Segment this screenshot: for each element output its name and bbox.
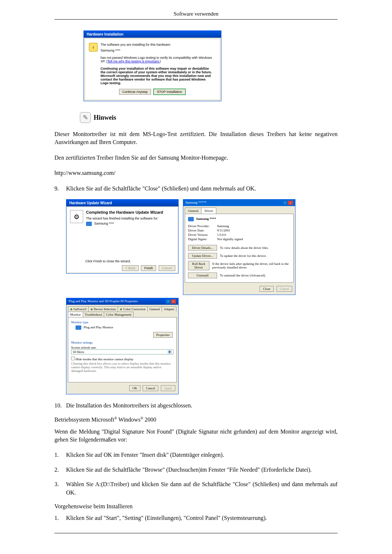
update-driver-button[interactable]: Update Driver... (188, 253, 217, 259)
label-date: Driver Date: (188, 229, 217, 232)
hwinstall-line1: The software you are installing for this… (101, 43, 213, 46)
os2000-s2-num: 2. (54, 466, 66, 474)
wizard-device-icon: ⚙ (70, 210, 83, 223)
step9-text: Klicken Sie auf die Schaltfläche "Close"… (66, 185, 338, 193)
warning-icon: ! (89, 43, 98, 52)
tab-general-mon[interactable]: General (147, 306, 162, 312)
tab-general[interactable]: General (185, 208, 201, 214)
montype-label: Monitor type (71, 320, 173, 324)
wizard-heading: Completing the Hardware Update Wizard (86, 210, 175, 214)
hide-modes-desc: Clearing this check box allows you to se… (71, 362, 173, 373)
continue-anyway-button[interactable]: Continue Anyway (119, 89, 151, 95)
monprops-cancel-button[interactable]: Cancel (143, 385, 158, 391)
refresh-value: 60 Hertz (73, 350, 84, 354)
uninstall-button[interactable]: Uninstall (188, 272, 217, 278)
os2000-s1-num: 1. (54, 451, 66, 459)
settings-label: Monitor settings (71, 341, 173, 344)
desc-rollback: If the device fails after updating the d… (212, 262, 290, 269)
step10-text: Die Installation des Monitortreibers ist… (66, 402, 338, 410)
proc-1-num: 1. (54, 514, 66, 522)
monprops-title: Plug and Play Monitor and 3D Prophet III… (69, 299, 138, 304)
properties-button[interactable]: Properties (153, 332, 173, 338)
close-icon[interactable]: × (288, 201, 293, 205)
wizard-device: Samsung **** (94, 222, 114, 225)
wizard-back-button[interactable]: < Back (122, 265, 139, 271)
monprops-ok-button[interactable]: OK (129, 385, 140, 391)
note-para1: Dieser Monitortreiber ist mit dem MS-Log… (54, 130, 338, 147)
driverprops-device: Samsung **** (196, 217, 216, 221)
monprops-titlebar: Plug and Play Monitor and 3D Prophet III… (66, 298, 178, 305)
tab-monitor[interactable]: Monitor (68, 312, 83, 317)
screenshot-hardware-installation: Hardware Installation ! The software you… (83, 30, 221, 101)
tell-me-why-link[interactable]: Tell me why this testing is important. (107, 59, 160, 63)
tab-trouble[interactable]: Troubleshoot (83, 312, 105, 317)
hwinstall-line2b: ) (160, 59, 161, 63)
note-icon: ✎ (80, 112, 91, 123)
monitor-icon (75, 325, 81, 330)
proc-label: Vorgehensweise beim Installieren (54, 503, 338, 510)
stop-installation-button[interactable]: STOP Installation (153, 89, 186, 95)
value-signer: Not digitally signed (217, 237, 290, 241)
desc-uninstall: To uninstall the driver (Advanced). (220, 274, 266, 277)
driverprops-title: Samsung ***** (185, 201, 207, 205)
os-line: Betriebssystem Microsoft® Windows® 2000 (54, 416, 338, 423)
os-prefix: Betriebssystem Microsoft (54, 417, 114, 423)
tab-colorcorr[interactable]: Color Correction (123, 307, 145, 311)
desc-update: To update the driver for this device. (220, 254, 267, 258)
monprops-apply-button[interactable]: Apply (161, 385, 176, 391)
hide-modes-checkbox[interactable] (71, 357, 75, 360)
montype-value: Plug and Play Monitor (83, 325, 113, 329)
wizard-finish-button[interactable]: Finish (141, 265, 156, 271)
step10-number: 10. (54, 402, 66, 410)
note-label: Hinweis (94, 114, 116, 122)
tab-devsel[interactable]: Device Selection (94, 307, 116, 311)
screenshot-driver-properties: Samsung ***** ?× General Driver Samsung … (183, 199, 295, 295)
hide-modes-label: Hide modes that this monitor cannot disp… (75, 357, 133, 361)
monitor-icon (86, 222, 92, 226)
help-icon[interactable]: ? (166, 299, 171, 304)
label-version: Driver Version: (188, 233, 217, 237)
os2000-s2-text: Klicken Sie auf die Schaltfläche "Browse… (66, 466, 338, 474)
reg2: ® (140, 416, 143, 420)
tab-driver[interactable]: Driver (201, 208, 216, 214)
screenshot-update-wizard: Hardware Update Wizard ⚙ Completing the … (66, 199, 179, 274)
driverprops-close-button[interactable]: Close (260, 286, 274, 292)
proc-1-text: Klicken Sie auf "Start", "Setting" (Eins… (66, 514, 338, 522)
os2000-s3-text: Wählen Sie A:(D:\Treiber) und klicken Si… (66, 480, 338, 497)
hwinstall-device: Samsung **** (101, 49, 213, 52)
value-provider: Samsung (217, 224, 290, 228)
rollback-driver-button[interactable]: Roll Back Driver (188, 261, 209, 270)
value-version: 1.0.0.0 (217, 233, 290, 237)
note-url: http://www.samsung.com/ (54, 169, 338, 177)
os2000-s3-num: 3. (54, 480, 66, 497)
wizard-titlebar: Hardware Update Wizard (66, 200, 178, 206)
driver-details-button[interactable]: Driver Details... (188, 245, 217, 251)
os2000-s1-text: Klicken Sie auf OK im Fenster "Insert di… (66, 451, 338, 459)
page-header: Software verwenden (54, 11, 338, 20)
driverprops-titlebar: Samsung ***** ?× (183, 200, 295, 206)
tab-geforce[interactable]: GeForce3 (73, 307, 86, 311)
driverprops-cancel-button[interactable]: Cancel (277, 286, 292, 292)
desc-details: To view details about the driver files. (220, 246, 269, 250)
dialog-titlebar: Hardware Installation (84, 31, 221, 38)
screenshot-monitor-properties: Plug and Play Monitor and 3D Prophet III… (66, 298, 179, 394)
footer-rule (54, 533, 338, 533)
hwinstall-warning-bold: Continuing your installation of this sof… (101, 67, 213, 85)
os-mid: Windows (117, 417, 140, 423)
label-signer: Digital Signer: (188, 237, 217, 241)
header-title: Software verwenden (173, 11, 219, 17)
wizard-hint: Click Finish to close the wizard. (85, 259, 131, 263)
monitor-icon (188, 217, 194, 221)
hwinstall-logo-text: has not passed Windows Logo testing to v… (101, 56, 213, 63)
wizard-sub: The wizard has finished installing the s… (86, 217, 175, 220)
tab-colormgmt[interactable]: Color Management (104, 312, 134, 317)
help-icon[interactable]: ? (282, 201, 287, 205)
wizard-cancel-button[interactable]: Cancel (159, 265, 175, 271)
close-icon[interactable]: × (171, 299, 176, 304)
refresh-label: Screen refresh rate: (71, 346, 173, 349)
tab-adapter[interactable]: Adapter (162, 306, 176, 312)
refresh-rate-dropdown[interactable]: 60 Hertz ▾ (71, 349, 173, 354)
value-date: 9/11/2001 (217, 229, 290, 232)
note-para2: Den zertifizierten Treiber finden Sie au… (54, 154, 338, 162)
chevron-down-icon: ▾ (168, 350, 172, 354)
